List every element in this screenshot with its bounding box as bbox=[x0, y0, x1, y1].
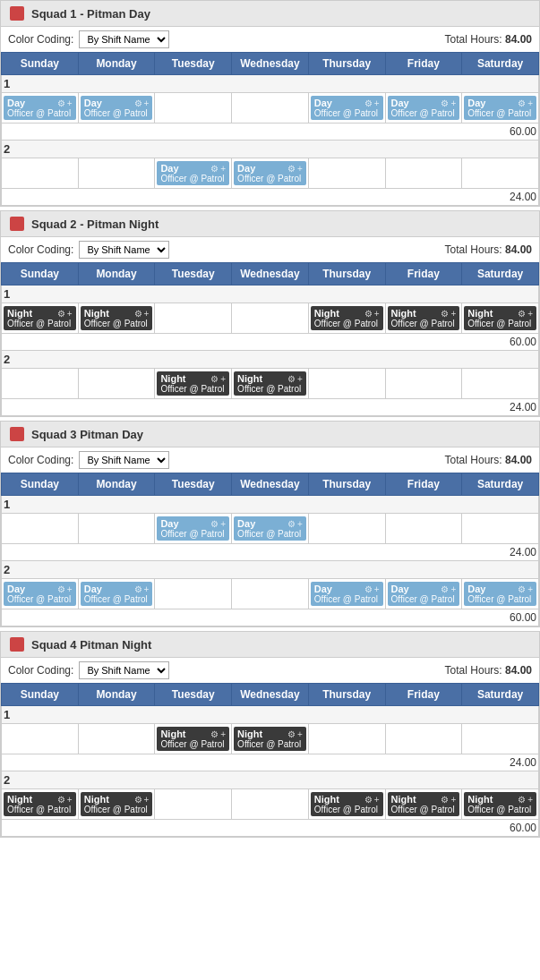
schedule-cell[interactable] bbox=[232, 303, 309, 334]
schedule-cell[interactable]: Day ⚙ + Officer @ Patrol bbox=[78, 93, 155, 124]
schedule-cell[interactable] bbox=[308, 158, 385, 189]
add-icon[interactable]: + bbox=[450, 584, 456, 594]
add-icon[interactable]: + bbox=[297, 519, 303, 529]
add-icon[interactable]: + bbox=[297, 164, 303, 174]
color-coding-select[interactable]: By Shift Name bbox=[79, 30, 169, 48]
schedule-cell[interactable]: Night ⚙ + Officer @ Patrol bbox=[78, 789, 155, 820]
schedule-cell[interactable] bbox=[155, 579, 232, 609]
gear-icon[interactable]: ⚙ bbox=[364, 98, 373, 108]
add-icon[interactable]: + bbox=[67, 584, 73, 594]
color-coding-select[interactable]: By Shift Name bbox=[79, 451, 169, 469]
schedule-cell[interactable]: Day ⚙ + Officer @ Patrol bbox=[385, 579, 462, 609]
add-icon[interactable]: + bbox=[297, 729, 303, 739]
schedule-cell[interactable]: Night ⚙ + Officer @ Patrol bbox=[385, 789, 462, 820]
gear-icon[interactable]: ⚙ bbox=[364, 309, 373, 319]
schedule-cell[interactable] bbox=[2, 514, 79, 544]
schedule-cell[interactable]: Night ⚙ + Officer @ Patrol bbox=[2, 303, 79, 334]
add-icon[interactable]: + bbox=[220, 519, 226, 529]
schedule-cell[interactable] bbox=[232, 579, 309, 609]
schedule-cell[interactable] bbox=[385, 158, 462, 189]
schedule-cell[interactable]: Day ⚙ + Officer @ Patrol bbox=[155, 158, 232, 189]
schedule-cell[interactable] bbox=[232, 93, 309, 124]
schedule-cell[interactable] bbox=[78, 158, 155, 189]
schedule-cell[interactable]: Day ⚙ + Officer @ Patrol bbox=[2, 579, 79, 609]
schedule-cell[interactable] bbox=[462, 369, 539, 399]
gear-icon[interactable]: ⚙ bbox=[57, 584, 65, 594]
add-icon[interactable]: + bbox=[450, 309, 456, 319]
schedule-cell[interactable] bbox=[385, 369, 462, 399]
gear-icon[interactable]: ⚙ bbox=[134, 795, 142, 805]
gear-icon[interactable]: ⚙ bbox=[287, 164, 296, 174]
schedule-cell[interactable] bbox=[2, 158, 79, 189]
add-icon[interactable]: + bbox=[144, 795, 150, 805]
add-icon[interactable]: + bbox=[374, 309, 380, 319]
gear-icon[interactable]: ⚙ bbox=[441, 795, 449, 805]
gear-icon[interactable]: ⚙ bbox=[518, 584, 526, 594]
schedule-cell[interactable]: Day ⚙ + Officer @ Patrol bbox=[155, 514, 232, 544]
add-icon[interactable]: + bbox=[450, 795, 456, 805]
add-icon[interactable]: + bbox=[527, 98, 533, 108]
schedule-cell[interactable]: Day ⚙ + Officer @ Patrol bbox=[462, 93, 539, 124]
gear-icon[interactable]: ⚙ bbox=[134, 584, 142, 594]
schedule-cell[interactable]: Night ⚙ + Officer @ Patrol bbox=[308, 789, 385, 820]
schedule-cell[interactable]: Day ⚙ + Officer @ Patrol bbox=[232, 158, 309, 189]
gear-icon[interactable]: ⚙ bbox=[364, 795, 373, 805]
add-icon[interactable]: + bbox=[144, 98, 150, 108]
add-icon[interactable]: + bbox=[67, 98, 73, 108]
schedule-cell[interactable]: Day ⚙ + Officer @ Patrol bbox=[462, 579, 539, 609]
schedule-cell[interactable] bbox=[232, 789, 309, 820]
schedule-cell[interactable] bbox=[385, 514, 462, 544]
schedule-cell[interactable] bbox=[308, 724, 385, 754]
gear-icon[interactable]: ⚙ bbox=[518, 795, 526, 805]
schedule-cell[interactable] bbox=[78, 724, 155, 754]
schedule-cell[interactable]: Night ⚙ + Officer @ Patrol bbox=[155, 724, 232, 754]
gear-icon[interactable]: ⚙ bbox=[57, 98, 65, 108]
gear-icon[interactable]: ⚙ bbox=[134, 309, 142, 319]
add-icon[interactable]: + bbox=[220, 374, 226, 384]
add-icon[interactable]: + bbox=[67, 309, 73, 319]
color-coding-select[interactable]: By Shift Name bbox=[79, 661, 169, 679]
add-icon[interactable]: + bbox=[220, 164, 226, 174]
schedule-cell[interactable]: Night ⚙ + Officer @ Patrol bbox=[78, 303, 155, 334]
gear-icon[interactable]: ⚙ bbox=[57, 309, 65, 319]
add-icon[interactable]: + bbox=[220, 729, 226, 739]
schedule-cell[interactable] bbox=[78, 514, 155, 544]
add-icon[interactable]: + bbox=[527, 309, 533, 319]
schedule-cell[interactable]: Day ⚙ + Officer @ Patrol bbox=[2, 93, 79, 124]
schedule-cell[interactable]: Night ⚙ + Officer @ Patrol bbox=[232, 724, 309, 754]
gear-icon[interactable]: ⚙ bbox=[441, 584, 449, 594]
schedule-cell[interactable]: Night ⚙ + Officer @ Patrol bbox=[462, 789, 539, 820]
gear-icon[interactable]: ⚙ bbox=[518, 98, 526, 108]
schedule-cell[interactable] bbox=[2, 724, 79, 754]
schedule-cell[interactable]: Day ⚙ + Officer @ Patrol bbox=[78, 579, 155, 609]
add-icon[interactable]: + bbox=[374, 584, 380, 594]
gear-icon[interactable]: ⚙ bbox=[134, 98, 142, 108]
gear-icon[interactable]: ⚙ bbox=[210, 729, 219, 739]
schedule-cell[interactable]: Day ⚙ + Officer @ Patrol bbox=[385, 93, 462, 124]
add-icon[interactable]: + bbox=[144, 584, 150, 594]
schedule-cell[interactable]: Day ⚙ + Officer @ Patrol bbox=[232, 514, 309, 544]
gear-icon[interactable]: ⚙ bbox=[287, 374, 296, 384]
gear-icon[interactable]: ⚙ bbox=[441, 98, 449, 108]
schedule-cell[interactable] bbox=[462, 158, 539, 189]
gear-icon[interactable]: ⚙ bbox=[210, 519, 219, 529]
schedule-cell[interactable] bbox=[78, 369, 155, 399]
schedule-cell[interactable] bbox=[308, 514, 385, 544]
schedule-cell[interactable] bbox=[308, 369, 385, 399]
schedule-cell[interactable] bbox=[462, 514, 539, 544]
schedule-cell[interactable]: Night ⚙ + Officer @ Patrol bbox=[462, 303, 539, 334]
gear-icon[interactable]: ⚙ bbox=[518, 309, 526, 319]
add-icon[interactable]: + bbox=[297, 374, 303, 384]
gear-icon[interactable]: ⚙ bbox=[441, 309, 449, 319]
add-icon[interactable]: + bbox=[144, 309, 150, 319]
add-icon[interactable]: + bbox=[527, 795, 533, 805]
schedule-cell[interactable]: Night ⚙ + Officer @ Patrol bbox=[385, 303, 462, 334]
schedule-cell[interactable]: Day ⚙ + Officer @ Patrol bbox=[308, 579, 385, 609]
add-icon[interactable]: + bbox=[527, 584, 533, 594]
gear-icon[interactable]: ⚙ bbox=[210, 374, 219, 384]
schedule-cell[interactable] bbox=[155, 303, 232, 334]
schedule-cell[interactable] bbox=[462, 724, 539, 754]
color-coding-select[interactable]: By Shift Name bbox=[79, 241, 169, 259]
gear-icon[interactable]: ⚙ bbox=[287, 729, 296, 739]
add-icon[interactable]: + bbox=[374, 98, 380, 108]
